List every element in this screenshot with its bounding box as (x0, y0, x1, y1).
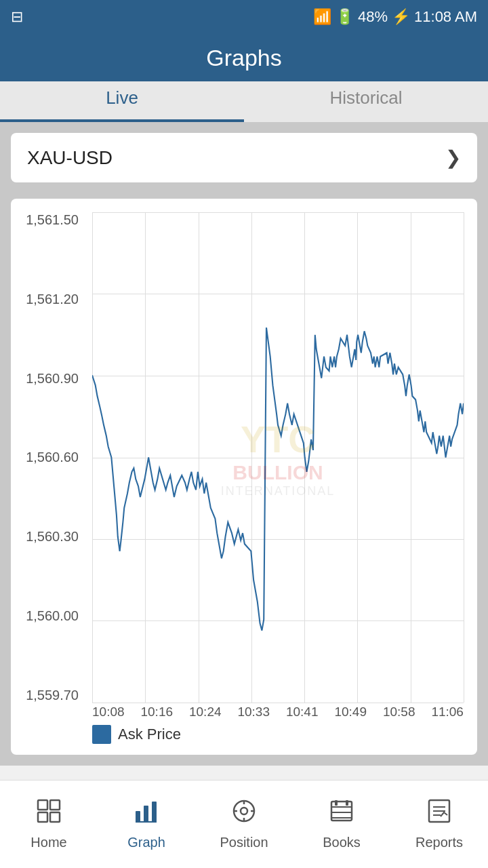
nav-item-reports[interactable]: Reports (390, 781, 488, 868)
x-label-3: 10:33 (237, 705, 270, 719)
tabs-container: Live Historical (0, 81, 488, 122)
page-title: Graphs (206, 45, 282, 71)
reports-icon (427, 799, 451, 829)
header: Graphs (0, 34, 488, 81)
chart-legend: Ask Price (92, 725, 181, 744)
y-axis: 1,561.50 1,561.20 1,560.90 1,560.60 1,56… (18, 212, 85, 703)
status-bar: ⊟ 📶 🔋 48% ⚡ 11:08 AM (0, 0, 488, 34)
symbol-dropdown[interactable]: XAU-USD ❯ (11, 133, 477, 182)
charging-icon: ⚡ (392, 8, 410, 26)
svg-rect-2 (38, 812, 47, 822)
tab-historical-label: Historical (330, 87, 403, 108)
x-label-0: 10:08 (92, 705, 125, 719)
tab-live-label: Live (106, 87, 138, 108)
nav-item-graph[interactable]: Graph (98, 781, 195, 868)
battery-icon: 🔋 (336, 8, 354, 26)
dropdown-container: XAU-USD ❯ (0, 122, 488, 193)
signal-icon: 📶 (313, 8, 331, 26)
svg-rect-6 (152, 802, 157, 822)
svg-rect-19 (346, 800, 348, 806)
app-icon: ⊟ (11, 8, 23, 26)
x-axis: 10:08 10:16 10:24 10:33 10:41 10:49 10:5… (92, 705, 464, 719)
books-icon (329, 799, 354, 829)
svg-rect-0 (38, 800, 47, 810)
nav-item-books[interactable]: Books (293, 781, 390, 868)
price-chart-svg (92, 212, 464, 703)
x-label-2: 10:24 (189, 705, 222, 719)
svg-point-9 (241, 808, 247, 814)
nav-position-label: Position (220, 835, 268, 850)
chart-container: 1,561.50 1,561.20 1,560.90 1,560.60 1,56… (0, 193, 488, 766)
time: 11:08 AM (414, 8, 477, 26)
home-icon (37, 799, 61, 829)
dropdown-selected: XAU-USD (27, 147, 113, 169)
nav-item-home[interactable]: Home (0, 781, 98, 868)
nav-reports-label: Reports (415, 835, 463, 850)
bottom-nav: Home Graph Position (0, 780, 488, 868)
x-label-5: 10:49 (334, 705, 367, 719)
status-left: ⊟ (11, 8, 23, 26)
nav-home-label: Home (30, 835, 66, 850)
y-label-1: 1,561.20 (18, 292, 85, 307)
svg-rect-18 (335, 800, 338, 806)
x-label-4: 10:41 (286, 705, 319, 719)
svg-rect-1 (50, 800, 60, 810)
svg-rect-3 (50, 812, 60, 822)
status-right: 📶 🔋 48% ⚡ 11:08 AM (313, 8, 477, 26)
legend-color-box (92, 725, 111, 744)
x-label-6: 10:58 (383, 705, 415, 719)
y-label-3: 1,560.60 (18, 450, 85, 465)
position-icon (232, 799, 256, 829)
chevron-down-icon: ❯ (445, 146, 461, 169)
graph-icon (134, 799, 159, 829)
tab-live[interactable]: Live (0, 81, 244, 122)
y-label-0: 1,561.50 (18, 212, 85, 228)
chart-plot: YTC BULLION INTERNATIONAL (92, 212, 464, 703)
battery-percent: 48% (358, 8, 388, 26)
legend-label: Ask Price (118, 726, 181, 743)
y-label-2: 1,560.90 (18, 371, 85, 387)
svg-rect-5 (144, 806, 148, 822)
nav-books-label: Books (323, 835, 361, 850)
chart-box: 1,561.50 1,561.20 1,560.90 1,560.60 1,56… (11, 199, 477, 755)
y-label-6: 1,559.70 (18, 688, 85, 703)
x-label-1: 10:16 (140, 705, 173, 719)
tab-historical[interactable]: Historical (244, 81, 488, 122)
nav-graph-label: Graph (127, 835, 165, 850)
x-label-7: 11:06 (431, 705, 464, 719)
chart-area: 1,561.50 1,561.20 1,560.90 1,560.60 1,56… (18, 212, 470, 744)
svg-rect-4 (136, 811, 140, 822)
nav-item-position[interactable]: Position (195, 781, 293, 868)
y-label-4: 1,560.30 (18, 529, 85, 545)
y-label-5: 1,560.00 (18, 608, 85, 624)
